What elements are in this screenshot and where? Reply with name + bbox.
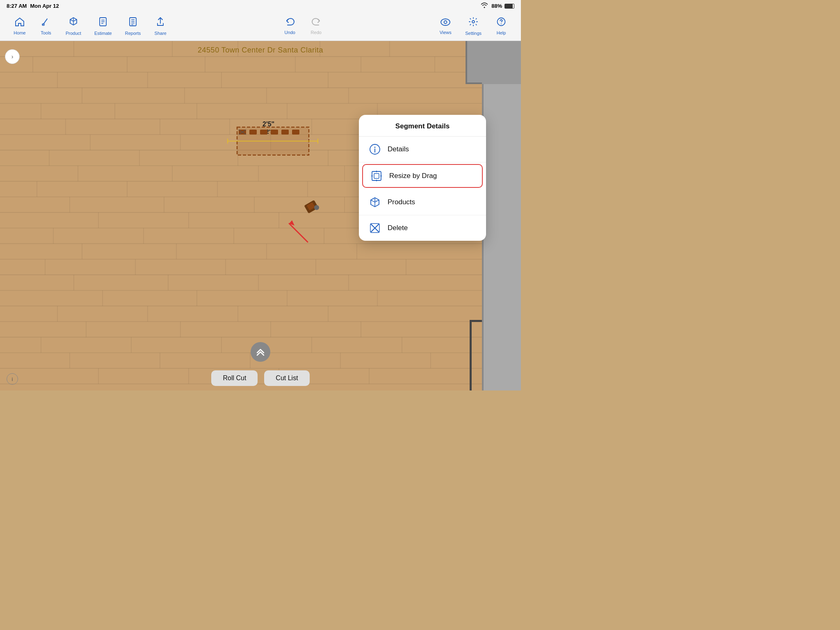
home-icon <box>15 17 25 29</box>
undo-icon <box>285 18 295 28</box>
settings-label: Settings <box>465 31 482 36</box>
svg-point-165 <box>314 205 319 210</box>
svg-rect-157 <box>260 130 267 135</box>
svg-point-11 <box>441 19 450 25</box>
details-label: Details <box>388 145 409 153</box>
svg-rect-144 <box>466 41 521 84</box>
redo-button[interactable]: Redo <box>305 15 328 37</box>
redo-icon <box>311 18 321 28</box>
redo-label: Redo <box>311 30 322 35</box>
svg-rect-142 <box>482 41 521 390</box>
toolbar-center-group: Undo Redo <box>278 15 328 37</box>
product-button[interactable]: Product <box>61 14 86 38</box>
bottom-bar: Roll Cut Cut List <box>0 366 521 390</box>
info-circle-button[interactable]: i <box>7 373 18 385</box>
estimate-icon <box>98 17 107 29</box>
resize-icon <box>370 170 383 182</box>
toolbar-right-group: Views Settings Help <box>434 14 513 38</box>
reports-button[interactable]: Reports <box>120 14 146 38</box>
svg-rect-156 <box>249 130 257 135</box>
estimate-label: Estimate <box>94 31 112 36</box>
sidebar-toggle-button[interactable]: › <box>5 49 20 64</box>
reports-label: Reports <box>125 31 141 36</box>
tools-label: Tools <box>41 30 51 35</box>
home-label: Home <box>14 30 25 35</box>
delete-label: Delete <box>388 224 408 232</box>
share-icon <box>156 17 165 29</box>
cut-list-button[interactable]: Cut List <box>264 370 309 386</box>
context-menu-title: Segment Details <box>359 115 486 137</box>
products-label: Products <box>388 198 415 206</box>
toolbar-left-group: Home Tools Product <box>8 14 172 38</box>
svg-rect-145 <box>466 41 467 84</box>
address-label: 24550 Town Center Dr Santa Clarita <box>198 46 323 55</box>
context-menu-products[interactable]: Products <box>359 189 486 215</box>
product-icon <box>68 17 78 29</box>
box-icon <box>369 196 381 208</box>
share-label: Share <box>155 31 167 36</box>
svg-text:2'5": 2'5" <box>262 121 274 128</box>
battery-display: 88% <box>491 3 514 9</box>
scroll-up-button[interactable] <box>251 342 270 362</box>
undo-label: Undo <box>285 30 295 35</box>
product-label: Product <box>66 31 81 36</box>
time-display: 8:27 AM <box>7 3 27 9</box>
svg-rect-159 <box>281 130 289 135</box>
svg-rect-146 <box>466 82 482 84</box>
reports-icon <box>128 17 137 29</box>
svg-point-177 <box>374 147 376 148</box>
share-button[interactable]: Share <box>149 14 172 38</box>
settings-icon <box>468 17 478 29</box>
delete-icon <box>369 222 381 234</box>
estimate-button[interactable]: Estimate <box>89 14 117 38</box>
wifi-icon <box>481 2 488 9</box>
toolbar: Home Tools Product <box>0 11 521 41</box>
svg-rect-158 <box>271 130 278 135</box>
context-menu-resize[interactable]: Resize by Drag <box>362 164 483 188</box>
context-menu-delete[interactable]: Delete <box>359 215 486 241</box>
resize-label: Resize by Drag <box>389 172 437 180</box>
settings-button[interactable]: Settings <box>460 14 486 38</box>
home-button[interactable]: Home <box>8 15 31 38</box>
help-label: Help <box>497 30 506 35</box>
views-button[interactable]: Views <box>434 15 457 37</box>
help-icon <box>497 17 506 29</box>
info-circle-icon: i <box>12 376 13 382</box>
context-menu-details[interactable]: Details <box>359 137 486 162</box>
svg-point-12 <box>444 21 447 23</box>
date-display: Mon Apr 12 <box>30 3 59 9</box>
chevron-right-icon: › <box>11 53 14 60</box>
status-bar: 8:27 AM Mon Apr 12 88% <box>0 0 521 11</box>
help-button[interactable]: Help <box>490 15 513 38</box>
context-menu: Segment Details Details <box>359 115 486 241</box>
svg-point-13 <box>472 21 475 23</box>
tools-icon <box>41 17 50 29</box>
svg-rect-180 <box>374 173 379 178</box>
views-label: Views <box>440 30 452 35</box>
views-icon <box>441 18 450 28</box>
undo-button[interactable]: Undo <box>278 15 301 37</box>
svg-rect-160 <box>292 130 299 135</box>
roll-cut-button[interactable]: Roll Cut <box>211 370 258 386</box>
info-icon <box>369 143 381 155</box>
tools-button[interactable]: Tools <box>34 15 57 38</box>
canvas-area[interactable]: 2'5" 2'3" 5'2" 4'11" 24550 Town Center D… <box>0 41 521 390</box>
svg-point-15 <box>501 23 502 24</box>
svg-rect-179 <box>372 171 381 180</box>
